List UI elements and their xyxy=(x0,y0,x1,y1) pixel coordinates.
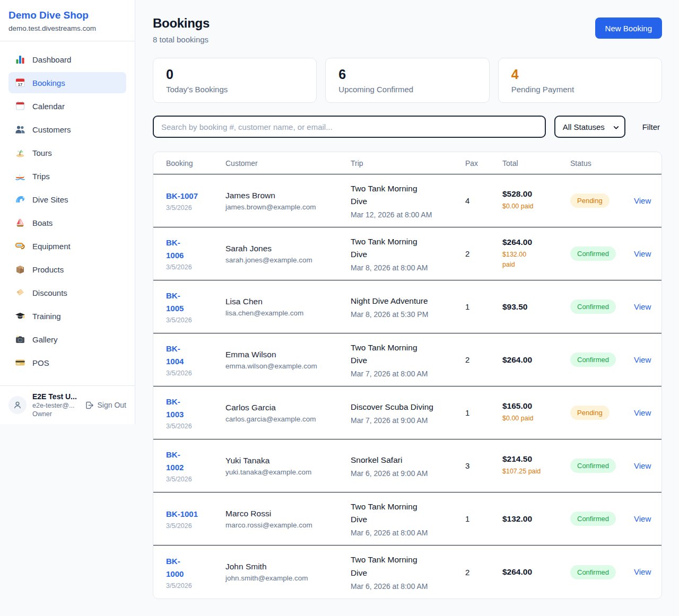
sign-out-button[interactable]: Sign Out xyxy=(85,401,126,410)
trip-cell: Two Tank Morning Dive Mar 8, 2026 at 8:0… xyxy=(351,235,465,272)
pax-value: 4 xyxy=(465,196,502,205)
customer-name: Yuki Tanaka xyxy=(225,456,351,465)
credit-card-icon xyxy=(15,357,25,368)
sidebar-item-gallery[interactable]: Gallery xyxy=(8,329,126,350)
sidebar-item-label: Products xyxy=(32,265,64,274)
booking-cell: BK- 1005 3/5/2026 xyxy=(166,289,225,324)
status-cell: Confirmed xyxy=(570,565,634,579)
sidebar-item-tours[interactable]: Tours xyxy=(8,142,126,163)
total-amount: $264.00 xyxy=(502,567,570,577)
booking-date: 3/5/2026 xyxy=(166,476,225,483)
column-header-pax: Pax xyxy=(465,159,502,168)
view-link[interactable]: View xyxy=(634,408,651,417)
booking-cell: BK-1001 3/5/2026 xyxy=(166,508,225,530)
booking-cell: BK- 1006 3/5/2026 xyxy=(166,236,225,271)
booking-cell: BK- 1004 3/5/2026 xyxy=(166,342,225,377)
booking-id-link[interactable]: BK- 1005 xyxy=(166,289,184,315)
sidebar-item-bookings[interactable]: 17 Bookings xyxy=(8,72,126,93)
sidebar-item-dive-sites[interactable]: Dive Sites xyxy=(8,189,126,210)
booking-id-link[interactable]: BK- 1006 xyxy=(166,236,184,262)
column-header-trip: Trip xyxy=(351,159,465,168)
stat-card: 6 Upcoming Confirmed xyxy=(325,58,489,103)
sidebar-item-calendar[interactable]: Calendar xyxy=(8,95,126,117)
filter-button[interactable]: Filter xyxy=(642,122,660,131)
avatar xyxy=(8,396,27,414)
sidebar-item-customers[interactable]: Customers xyxy=(8,119,126,140)
page-title: Bookings xyxy=(153,16,210,31)
sidebar-item-pos[interactable]: POS xyxy=(8,352,126,373)
sidebar-item-equipment[interactable]: Equipment xyxy=(8,235,126,257)
trip-cell: Snorkel Safari Mar 6, 2026 at 9:00 AM xyxy=(351,454,465,478)
view-link[interactable]: View xyxy=(634,249,651,258)
pax-value: 2 xyxy=(465,568,502,577)
view-link[interactable]: View xyxy=(634,302,651,311)
sidebar-item-label: Gallery xyxy=(32,335,58,344)
customer-cell: James Brown james.brown@example.com xyxy=(225,191,351,211)
status-filter-select[interactable]: All Statuses xyxy=(554,116,625,138)
total-amount: $214.50 xyxy=(502,454,570,464)
view-link[interactable]: View xyxy=(634,196,651,205)
speedboat-icon xyxy=(15,171,25,181)
customer-email: marco.rossi@example.com xyxy=(225,521,351,529)
booking-id-link[interactable]: BK- 1002 xyxy=(166,448,184,474)
customer-email: yuki.tanaka@example.com xyxy=(225,468,351,476)
booking-id-link[interactable]: BK- 1003 xyxy=(166,395,184,421)
status-cell: Confirmed xyxy=(570,247,634,261)
booking-date: 3/5/2026 xyxy=(166,522,225,530)
sidebar-item-dashboard[interactable]: Dashboard xyxy=(8,49,126,70)
graduation-cap-icon xyxy=(15,311,25,321)
user-role: Owner xyxy=(32,410,79,418)
sidebar-item-training[interactable]: Training xyxy=(8,305,126,327)
toolbar: All Statuses Filter xyxy=(153,116,662,138)
sidebar-item-products[interactable]: Products xyxy=(8,259,126,280)
booking-id-link[interactable]: BK- 1004 xyxy=(166,342,184,368)
column-header-customer: Customer xyxy=(225,159,351,168)
sidebar-item-trips[interactable]: Trips xyxy=(8,165,126,187)
view-link[interactable]: View xyxy=(634,461,651,470)
booking-date: 3/5/2026 xyxy=(166,204,225,212)
view-link[interactable]: View xyxy=(634,514,651,523)
total-amount: $165.00 xyxy=(502,401,570,411)
bookings-table: BookingCustomerTripPaxTotalStatus BK-100… xyxy=(153,152,662,599)
booking-cell: BK-1007 3/5/2026 xyxy=(166,190,225,212)
total-amount: $264.00 xyxy=(502,355,570,365)
customer-name: Marco Rossi xyxy=(225,509,351,518)
status-filter-wrap: All Statuses xyxy=(554,116,625,138)
status-badge: Confirmed xyxy=(570,565,616,579)
total-cell: $132.00 xyxy=(502,514,570,524)
sidebar-item-discounts[interactable]: Discounts xyxy=(8,282,126,303)
sidebar-item-label: Boats xyxy=(32,218,53,227)
customer-email: carlos.garcia@example.com xyxy=(225,415,351,423)
paid-amount: $0.00 paid xyxy=(502,413,570,424)
booking-id-link[interactable]: BK- 1000 xyxy=(166,555,184,580)
camera-icon xyxy=(15,334,25,345)
table-row: BK- 1002 3/5/2026 Yuki Tanaka yuki.tanak… xyxy=(153,439,661,492)
search-input[interactable] xyxy=(153,116,546,138)
booking-id-link[interactable]: BK-1007 xyxy=(166,190,198,203)
tag-icon xyxy=(15,287,25,298)
view-cell: View xyxy=(634,249,661,259)
sidebar-item-label: Customers xyxy=(32,125,71,134)
view-link[interactable]: View xyxy=(634,567,651,576)
sidebar-item-boats[interactable]: Boats xyxy=(8,212,126,233)
sidebar-nav: Dashboard 17 Bookings Calendar Customers… xyxy=(0,41,135,373)
table-row: BK- 1004 3/5/2026 Emma Wilson emma.wilso… xyxy=(153,333,661,386)
customer-name: John Smith xyxy=(225,562,351,571)
user-meta: E2E Test U... e2e-tester@... Owner xyxy=(32,392,79,418)
status-cell: Confirmed xyxy=(570,353,634,367)
trip-cell: Two Tank Morning Dive Mar 12, 2026 at 8:… xyxy=(351,182,465,219)
bar-chart-icon xyxy=(15,54,25,65)
table-row: BK- 1000 3/5/2026 John Smith john.smith@… xyxy=(153,545,661,599)
view-link[interactable]: View xyxy=(634,355,651,364)
customer-name: Emma Wilson xyxy=(225,350,351,359)
booking-id-link[interactable]: BK-1001 xyxy=(166,508,198,521)
total-cell: $264.00 xyxy=(502,355,570,365)
sidebar-item-label: Discounts xyxy=(32,288,67,297)
sailboat-icon xyxy=(15,217,25,228)
trip-datetime: Mar 7, 2026 at 9:00 AM xyxy=(351,416,465,425)
new-booking-button[interactable]: New Booking xyxy=(595,17,662,39)
page-subtitle: 8 total bookings xyxy=(153,35,210,44)
booking-cell: BK- 1003 3/5/2026 xyxy=(166,395,225,430)
trip-name: Two Tank Morning Dive xyxy=(351,235,434,261)
stats-cards: 0 Today's Bookings 6 Upcoming Confirmed … xyxy=(153,58,662,103)
